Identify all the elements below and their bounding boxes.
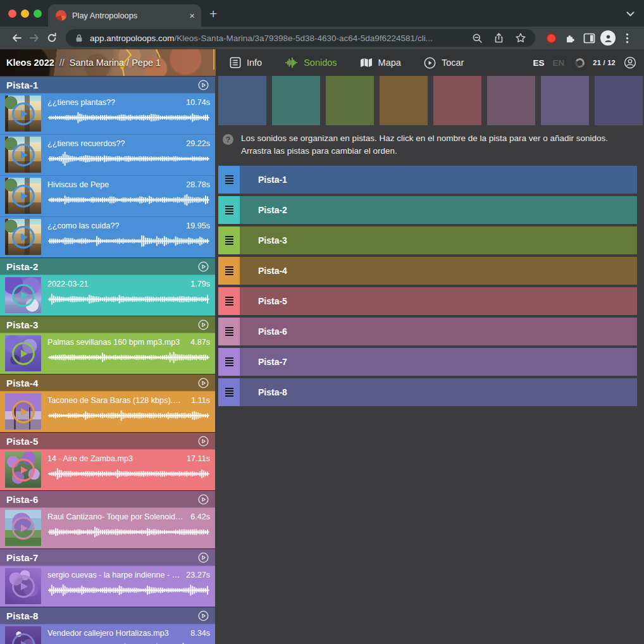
sound-play-button[interactable] <box>12 633 35 644</box>
track-play-icon[interactable] <box>198 494 209 505</box>
track-play-icon[interactable] <box>198 436 209 447</box>
back-button[interactable] <box>8 32 25 44</box>
track-section-header[interactable]: Pista-2 <box>0 258 215 275</box>
track-section-header[interactable]: Pista-8 <box>0 607 215 624</box>
project-map-thumbnail[interactable]: Kleos 2022 // Santa Marina / Pepe 1 <box>0 49 216 76</box>
nav-item-tocar[interactable]: Tocar <box>424 57 464 69</box>
track-color-swatch[interactable] <box>380 76 428 125</box>
close-window-button[interactable] <box>8 9 16 18</box>
extensions-puzzle-icon[interactable] <box>560 32 579 44</box>
track-section-header[interactable]: Pista-7 <box>0 549 215 566</box>
sound-waveform <box>47 232 210 251</box>
track-color-swatch[interactable] <box>541 76 589 125</box>
track-play-icon[interactable] <box>198 378 209 388</box>
language-en[interactable]: EN <box>552 58 564 68</box>
drag-handle-icon[interactable] <box>218 287 240 315</box>
sound-play-button[interactable] <box>12 185 35 207</box>
track-row[interactable]: Pista-3 <box>218 226 637 254</box>
track-row[interactable]: Pista-8 <box>218 378 637 406</box>
forward-button[interactable] <box>25 32 43 44</box>
content-area: Pista-1 ¿¿tienes plantas?? 10.74s ¿¿tien… <box>0 76 644 644</box>
info-list-icon <box>230 57 241 68</box>
track-play-icon[interactable] <box>198 80 209 90</box>
sound-play-button[interactable] <box>12 284 35 307</box>
sound-item[interactable]: Vendedor callejero Hortalizas.mp3 8.34s <box>0 624 215 644</box>
track-section-header[interactable]: Pista-6 <box>0 491 215 507</box>
sound-play-button[interactable] <box>12 400 35 423</box>
profile-avatar[interactable] <box>598 30 617 46</box>
track-row[interactable]: Pista-4 <box>218 257 637 285</box>
track-section: Pista-4 Taconeo de Sara Baras (128 kbps)… <box>0 375 215 432</box>
sound-item[interactable]: ¿¿tienes recuerdos?? 29.22s <box>0 134 215 175</box>
track-row[interactable]: Pista-1 <box>218 166 637 194</box>
sound-item[interactable]: ¿¿como las cuida?? 19.95s <box>0 216 215 257</box>
sound-item[interactable]: Palmas sevillanas 160 bpm mp3.mp3 4.87s <box>0 333 215 374</box>
tab-search-chevron-icon[interactable] <box>626 11 635 17</box>
track-name-label: Pista-2 <box>240 196 287 224</box>
account-icon[interactable] <box>624 56 636 69</box>
sound-item[interactable]: Taconeo de Sara Baras (128 kbps).mp3 1.1… <box>0 391 215 432</box>
zoom-out-icon[interactable] <box>472 33 483 44</box>
track-section: Pista-5 14 - Aire de Zamba.mp3 17.11s <box>0 433 215 490</box>
track-color-swatch[interactable] <box>433 76 481 125</box>
track-section-header[interactable]: Pista-3 <box>0 316 215 333</box>
sound-play-button[interactable] <box>12 102 35 125</box>
sound-thumbnail <box>5 393 41 430</box>
track-color-swatch[interactable] <box>218 76 266 125</box>
track-section-header[interactable]: Pista-5 <box>0 433 215 449</box>
reload-button[interactable] <box>43 32 61 44</box>
share-icon[interactable] <box>493 32 504 44</box>
new-tab-button[interactable]: + <box>209 6 217 22</box>
drag-handle-icon[interactable] <box>218 166 240 194</box>
track-section-header[interactable]: Pista-4 <box>0 375 215 391</box>
track-play-icon[interactable] <box>198 552 209 563</box>
side-panel-icon[interactable] <box>579 33 598 44</box>
drag-handle-icon[interactable] <box>218 196 240 224</box>
language-es[interactable]: ES <box>533 58 544 68</box>
drag-handle-icon[interactable] <box>218 226 240 254</box>
url-bar[interactable]: app.antropoloops.com/Kleos-Santa-Marina/… <box>66 29 535 47</box>
track-color-swatch[interactable] <box>272 76 320 125</box>
drag-handle-icon[interactable] <box>218 348 240 376</box>
sound-item[interactable]: Hiviscus de Pepe 28.78s <box>0 175 215 216</box>
sound-item[interactable]: ¿¿tienes plantas?? 10.74s <box>0 93 215 134</box>
sound-item[interactable]: sergio cuevas - la harpe indienne - 03 -… <box>0 566 215 607</box>
track-row[interactable]: Pista-6 <box>218 318 637 345</box>
track-play-icon[interactable] <box>198 319 209 330</box>
track-row[interactable]: Pista-7 <box>218 348 637 376</box>
tab-close-icon[interactable]: × <box>189 11 195 20</box>
sound-item[interactable]: Raul Cantizano- Toque por Solenoide.mp3 … <box>0 507 215 548</box>
bookmark-star-icon[interactable] <box>515 32 526 44</box>
track-row[interactable]: Pista-2 <box>218 196 637 224</box>
record-extension-icon[interactable] <box>542 33 560 44</box>
sound-play-button[interactable] <box>12 575 35 598</box>
track-name-label: Pista-7 <box>240 348 287 376</box>
nav-item-mapa[interactable]: Mapa <box>360 58 401 68</box>
drag-handle-icon[interactable] <box>218 318 240 345</box>
track-row[interactable]: Pista-5 <box>218 287 637 315</box>
track-color-swatch[interactable] <box>595 76 643 125</box>
nav-item-info[interactable]: Info <box>230 57 262 68</box>
sound-item[interactable]: 2022-03-21 1.79s <box>0 275 215 316</box>
browser-tab[interactable]: Play Antropoloops × <box>48 4 201 27</box>
drag-handle-icon[interactable] <box>218 378 240 406</box>
sound-play-button[interactable] <box>12 342 35 365</box>
breadcrumb-project[interactable]: Kleos 2022 <box>6 58 54 68</box>
sound-play-button[interactable] <box>12 517 35 540</box>
track-play-icon[interactable] <box>198 610 209 621</box>
minimize-window-button[interactable] <box>21 9 29 18</box>
track-play-icon[interactable] <box>198 261 209 272</box>
track-section-header[interactable]: Pista-1 <box>0 77 215 93</box>
sound-play-button[interactable] <box>12 144 35 166</box>
track-color-swatch[interactable] <box>487 76 535 125</box>
breadcrumb-separator: // <box>59 58 65 68</box>
drag-handle-icon[interactable] <box>218 257 240 285</box>
nav-item-sonidos[interactable]: Sonidos <box>285 57 337 68</box>
sound-item[interactable]: 14 - Aire de Zamba.mp3 17.11s <box>0 449 215 490</box>
sound-play-button[interactable] <box>12 459 35 481</box>
browser-menu-kebab-icon[interactable] <box>617 33 636 44</box>
track-color-swatch[interactable] <box>326 76 374 125</box>
sound-play-button[interactable] <box>12 226 35 249</box>
fullscreen-window-button[interactable] <box>34 9 42 18</box>
window-controls[interactable] <box>8 9 42 18</box>
